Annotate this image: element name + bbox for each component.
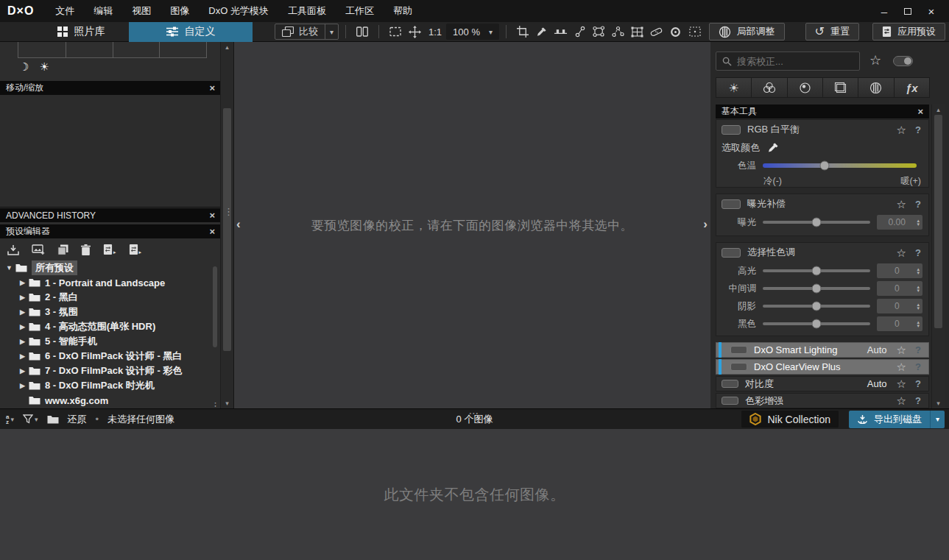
- menu-workspace[interactable]: 工作区: [336, 0, 384, 22]
- tree-item-preset-folder[interactable]: www.x6g.com: [0, 393, 221, 408]
- chevron-expanded-icon[interactable]: ▼: [4, 264, 14, 272]
- menu-help[interactable]: 帮助: [384, 0, 422, 22]
- tree-item-preset-folder[interactable]: ▶ 1 - Portrait and Landscape: [0, 275, 221, 290]
- crop-tool-icon[interactable]: [513, 24, 532, 40]
- spin-down-icon[interactable]: ▾: [917, 324, 920, 327]
- enable-checkbox[interactable]: [722, 248, 741, 258]
- chevron-collapsed-icon[interactable]: ▶: [18, 382, 27, 389]
- maximize-button[interactable]: [896, 1, 920, 21]
- minimize-button[interactable]: –: [872, 1, 896, 21]
- slider-handle[interactable]: [812, 284, 822, 294]
- menu-optics-modules[interactable]: DxO 光学模块: [199, 0, 278, 22]
- preset-tree-scrollbar[interactable]: [213, 266, 217, 347]
- help-icon[interactable]: ?: [913, 247, 923, 258]
- collapse-right-panel-icon[interactable]: ›: [703, 217, 708, 232]
- star-icon[interactable]: ☆: [897, 247, 906, 258]
- menu-image[interactable]: 图像: [160, 0, 199, 22]
- correction-row-contrast[interactable]: 对比度 Auto ☆ ?: [716, 376, 929, 391]
- close-icon[interactable]: ×: [209, 227, 215, 236]
- apply-preset-button[interactable]: 应用预设: [872, 23, 945, 40]
- tab-photo-library[interactable]: 照片库: [33, 22, 129, 42]
- zoom-1-1-button[interactable]: 1:1: [424, 26, 446, 38]
- blacks-slider[interactable]: [763, 322, 870, 325]
- help-icon[interactable]: ?: [913, 199, 923, 210]
- enable-checkbox[interactable]: [722, 380, 738, 388]
- pan-move-icon[interactable]: [405, 24, 424, 40]
- temperature-slider[interactable]: [763, 163, 917, 168]
- duplicate-preset-button[interactable]: [57, 244, 68, 255]
- slider-handle[interactable]: [812, 319, 822, 329]
- fit-to-screen-icon[interactable]: [386, 24, 405, 40]
- enable-checkbox[interactable]: [730, 346, 747, 354]
- scroll-up-icon[interactable]: ▴: [221, 43, 233, 51]
- scroll-down-icon[interactable]: ▾: [221, 400, 233, 407]
- reset-button[interactable]: ↺ 重置: [805, 23, 859, 40]
- tree-item-preset-folder[interactable]: ▶ 4 - 高动态范围(单张 HDR): [0, 319, 221, 334]
- highlights-slider[interactable]: [763, 269, 870, 272]
- tab-geometry-tools[interactable]: [822, 77, 858, 98]
- tree-item-preset-folder[interactable]: ▶ 2 - 黑白: [0, 290, 221, 305]
- correction-row-clearview-plus[interactable]: DxO ClearView Plus ☆ ?: [716, 359, 929, 375]
- scrollbar-thumb[interactable]: [223, 108, 231, 351]
- spin-down-icon[interactable]: ▾: [917, 271, 920, 274]
- create-preset-from-image-button[interactable]: [32, 244, 45, 255]
- shadows-slider[interactable]: [763, 305, 870, 308]
- horizon-tool-icon[interactable]: [551, 24, 571, 40]
- slider-handle[interactable]: [812, 302, 822, 311]
- blacks-value-input[interactable]: 0 ▴▾: [877, 316, 922, 331]
- left-panel-scrollbar[interactable]: ▴ ▾ ⋮: [220, 42, 233, 408]
- star-icon[interactable]: ☆: [897, 395, 906, 406]
- tab-effects-tools[interactable]: ƒx: [894, 77, 930, 98]
- star-icon[interactable]: ☆: [897, 124, 906, 135]
- spin-down-icon[interactable]: ▾: [917, 288, 920, 292]
- repair-tool-icon[interactable]: [647, 24, 666, 40]
- scroll-down-icon[interactable]: ▾: [932, 400, 945, 407]
- enable-checkbox[interactable]: [722, 125, 741, 135]
- active-corrections-toggle[interactable]: [893, 56, 913, 66]
- export-preset-button[interactable]: ▸: [103, 244, 116, 255]
- right-splitter-handle[interactable]: ⋮: [945, 210, 949, 214]
- spin-down-icon[interactable]: ▾: [917, 306, 920, 310]
- tab-customize[interactable]: 自定义: [129, 22, 253, 42]
- tab-light-tools[interactable]: ☀: [716, 77, 752, 98]
- help-icon[interactable]: ?: [913, 361, 923, 372]
- compare-button[interactable]: 比较: [275, 24, 325, 39]
- exposure-slider[interactable]: [763, 221, 870, 224]
- right-panel-scrollbar[interactable]: ▴ ▾: [931, 104, 945, 408]
- zoom-level-dropdown[interactable]: 100 % ▾: [446, 24, 499, 40]
- tree-item-all-presets[interactable]: ▼ 所有预设: [0, 260, 221, 275]
- compare-dropdown[interactable]: ▾: [325, 24, 338, 39]
- help-icon[interactable]: ?: [913, 124, 923, 135]
- close-icon[interactable]: ×: [917, 107, 923, 116]
- spin-down-icon[interactable]: ▾: [917, 222, 920, 226]
- slider-handle[interactable]: [812, 266, 822, 276]
- menu-file[interactable]: 文件: [46, 0, 84, 22]
- tree-item-preset-folder[interactable]: ▶ 3 - 氛围: [0, 305, 221, 319]
- filmstrip-resize-handle[interactable]: ⋯: [0, 407, 949, 419]
- perspective-grid-icon[interactable]: [628, 24, 647, 40]
- slider-handle[interactable]: [812, 218, 822, 227]
- scrollbar-thumb[interactable]: [934, 115, 942, 328]
- enable-checkbox[interactable]: [730, 363, 747, 371]
- control-polygon-tool-icon[interactable]: [590, 24, 609, 40]
- tab-local-adjustments[interactable]: [858, 77, 894, 98]
- chevron-collapsed-icon[interactable]: ▶: [18, 308, 27, 316]
- close-icon[interactable]: ×: [209, 210, 215, 220]
- slider-handle[interactable]: [819, 161, 829, 171]
- collapse-left-panel-icon[interactable]: ‹: [236, 217, 241, 232]
- shadow-clipping-icon[interactable]: ☽: [19, 60, 29, 74]
- correction-row-smart-lighting[interactable]: DxO Smart Lighting Auto ☆ ?: [716, 342, 929, 358]
- tree-item-preset-folder[interactable]: ▶ 7 - DxO FilmPack 设计师 - 彩色: [0, 364, 221, 378]
- left-splitter-handle[interactable]: ⋮: [224, 210, 233, 214]
- enable-checkbox[interactable]: [722, 199, 741, 209]
- highlights-value-input[interactable]: 0 ▴▾: [877, 263, 922, 278]
- menu-view[interactable]: 视图: [122, 0, 160, 22]
- enable-checkbox[interactable]: [722, 397, 738, 405]
- eyedropper-icon[interactable]: [766, 142, 780, 154]
- star-icon[interactable]: ☆: [897, 344, 906, 355]
- split-view-icon[interactable]: [353, 24, 372, 40]
- tree-item-preset-folder[interactable]: ▶ 8 - DxO FilmPack 时光机: [0, 378, 221, 393]
- red-eye-tool-icon[interactable]: [666, 24, 685, 40]
- close-button[interactable]: ×: [920, 1, 943, 21]
- star-icon[interactable]: ☆: [897, 199, 906, 210]
